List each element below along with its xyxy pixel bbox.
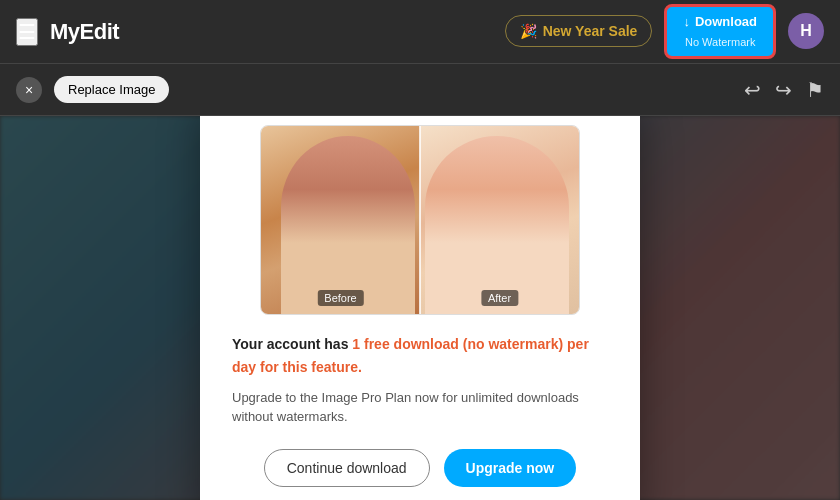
menu-icon[interactable]: ☰ [16, 18, 38, 46]
modal-message: Your account has 1 free download (no wat… [232, 333, 608, 378]
header-right: 🎉 New Year Sale ↓ Download No Watermark … [505, 4, 824, 58]
modal-actions: Continue download Upgrade now [232, 449, 608, 487]
undo-button[interactable]: ↩ [744, 78, 761, 102]
avatar[interactable]: H [788, 13, 824, 49]
upgrade-now-button[interactable]: Upgrade now [444, 449, 577, 487]
download-icon: ↓ [683, 15, 690, 29]
ba-divider [419, 126, 421, 314]
before-label: Before [317, 290, 363, 306]
logo: MyEdit [50, 19, 119, 45]
continue-download-button[interactable]: Continue download [264, 449, 430, 487]
header-left: ☰ MyEdit [16, 18, 119, 46]
download-label: Download [695, 15, 757, 29]
after-label: After [481, 290, 518, 306]
new-year-sale-button[interactable]: 🎉 New Year Sale [505, 15, 653, 47]
redo-button[interactable]: ↪ [775, 78, 792, 102]
modal-overlay: Before After Your account has 1 free dow… [0, 116, 840, 500]
toolbar: × Replace Image ↩ ↪ ⚑ [0, 64, 840, 116]
new-year-sale-label: New Year Sale [543, 23, 638, 39]
download-sublabel: No Watermark [685, 36, 756, 48]
main-area: Before After Your account has 1 free dow… [0, 116, 840, 500]
before-image [261, 126, 420, 314]
message-prefix: Your account has [232, 336, 352, 352]
header: ☰ MyEdit 🎉 New Year Sale ↓ Download No W… [0, 0, 840, 64]
download-modal: Before After Your account has 1 free dow… [200, 116, 640, 500]
after-image [420, 126, 579, 314]
before-after-image: Before After [260, 125, 580, 315]
close-button[interactable]: × [16, 77, 42, 103]
download-button[interactable]: ↓ Download No Watermark [664, 4, 776, 58]
replace-image-button[interactable]: Replace Image [54, 76, 169, 103]
party-icon: 🎉 [520, 23, 537, 39]
modal-sub-text: Upgrade to the Image Pro Plan now for un… [232, 388, 608, 427]
toolbar-right: ↩ ↪ ⚑ [744, 78, 824, 102]
flag-button[interactable]: ⚑ [806, 78, 824, 102]
